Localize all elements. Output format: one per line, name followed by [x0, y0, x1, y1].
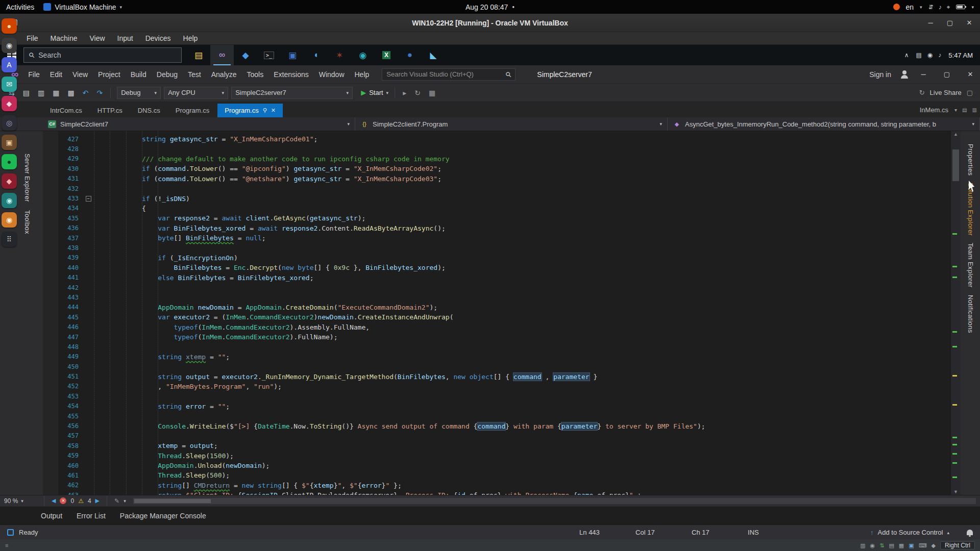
code-text[interactable]: if (command.ToLower() == "@netshare") ge… [94, 175, 950, 183]
doc-tab-dns-cs[interactable]: DNS.cs [131, 104, 167, 117]
edit-marker-icon[interactable]: ✎ [114, 497, 119, 505]
code-text[interactable]: if (command.ToLower() == "@ipconfig") ge… [94, 165, 950, 172]
dock-icon-media-app[interactable]: ◆ [2, 96, 17, 111]
new-file-icon[interactable]: ▤ [21, 89, 31, 97]
scroll-up-arrow[interactable]: ▲ [951, 132, 961, 137]
taskbar-icon-app-teal[interactable]: ◉ [351, 45, 375, 65]
code-text[interactable]: xtemp = output; [94, 442, 950, 449]
taskbar-icon-app-blue-2[interactable]: ▣ [281, 45, 304, 65]
taskbar-icon-command-prompt[interactable]: >_ [257, 45, 281, 65]
tool-tab-properties[interactable]: Properties [967, 144, 974, 176]
tray-expand-chevron[interactable]: ∧ [904, 52, 909, 59]
attach-icon[interactable]: ▸ [401, 89, 408, 97]
navigate-forward-icon[interactable]: ▶ [95, 497, 100, 504]
vbox-menu-devices[interactable]: Devices [140, 33, 176, 43]
vbox-menu-view[interactable]: View [84, 33, 110, 43]
tool-tab-team-explorer[interactable]: Team Explorer [967, 243, 974, 288]
display-icon[interactable]: ▣ [909, 542, 914, 549]
add-to-source-control-button[interactable]: Add to Source Control [878, 529, 943, 536]
taskbar-icon-app-blue-3[interactable]: ● [398, 45, 422, 65]
tray-display-icon[interactable]: ▤ [916, 52, 921, 59]
doc-tab-http-cs[interactable]: HTTP.cs [90, 104, 130, 117]
tool-tab-server-explorer[interactable]: Server Explorer [23, 154, 31, 202]
dock-icon-package-app[interactable]: ▣ [2, 135, 17, 150]
live-share-button[interactable]: Live Share [930, 89, 962, 96]
network-icon[interactable]: ⇅ [879, 542, 884, 549]
zoom-control[interactable]: 90 % ▾ [4, 497, 37, 505]
dock-icon-screenshot-tool[interactable]: ◉ [2, 38, 17, 53]
vs-menu-analyze[interactable]: Analyze [207, 69, 241, 80]
code-text[interactable]: if (!_isDNS) [94, 195, 950, 203]
code-text[interactable]: string getasync_str = "X_InMemCsharpCode… [94, 135, 950, 143]
tab-list-chevron-icon[interactable]: ▾ [954, 107, 957, 113]
dock-icon-app-grid[interactable]: ⠿ [2, 232, 17, 247]
vbox-menu-help[interactable]: Help [178, 33, 203, 43]
code-text[interactable]: var executor2 = (InMem.CommandExecutor2)… [94, 313, 950, 321]
feedback-icon[interactable]: ▢ [967, 89, 973, 96]
notifications-bell-icon[interactable] [967, 530, 973, 535]
code-editor[interactable]: 427 string getasync_str = "X_InMemCsharp… [43, 131, 950, 495]
vs-menu-extensions[interactable]: Extensions [269, 69, 313, 80]
shared-folders-icon[interactable]: ▦ [899, 542, 904, 549]
gnome-status-icons[interactable]: ⇵♪⌖ [928, 4, 950, 11]
taskbar-icon-app-blue-1[interactable]: ◆ [234, 45, 257, 65]
breadcrumb-segment-2[interactable]: {}SimpleC2client7.Program▾ [355, 117, 668, 131]
editor-vertical-scrollbar[interactable]: ▲ ▼ [950, 131, 961, 495]
redo-icon[interactable]: ↷ [95, 89, 104, 97]
save-icon[interactable]: ▦ [51, 89, 61, 97]
vs-minimize-button[interactable]: ─ [918, 70, 929, 78]
chevron-down-icon[interactable]: ▾ [971, 5, 974, 10]
clock-menu[interactable]: Aug 20 08:47 ● [465, 3, 514, 11]
usb-icon[interactable]: ▤ [889, 542, 894, 549]
undo-icon[interactable]: ↶ [81, 89, 90, 97]
dock-icon-music-app[interactable]: ● [2, 154, 17, 169]
vs-menu-test[interactable]: Test [183, 69, 206, 80]
navigate-back-icon[interactable]: ◀ [52, 497, 56, 504]
options-icon[interactable]: ▦ [427, 89, 437, 97]
code-text[interactable]: /// change default to make another code … [94, 155, 950, 163]
code-text[interactable]: byte[] BinFilebytes = null; [94, 234, 950, 242]
taskbar-icon-excel[interactable]: X [375, 45, 398, 65]
solution-platform-dropdown[interactable]: Any CPU ▾ [164, 87, 228, 99]
activities-button[interactable]: Activities [6, 3, 34, 11]
vs-menu-help[interactable]: Help [350, 69, 374, 80]
breadcrumb-segment-3[interactable]: ◆AsyncGet_bytes_InmemoryRun_Code_method2… [668, 117, 980, 131]
taskbar-icon-bug-app[interactable]: ✶ [328, 45, 351, 65]
doc-tab-program-cs[interactable]: Program.cs⚲✕ [217, 104, 283, 117]
code-text[interactable]: Thread.Sleep(1500); [94, 452, 950, 460]
right-doc-tab[interactable]: InMem.cs [920, 106, 948, 114]
dock-icon-mail[interactable]: ✉ [2, 77, 17, 92]
dock-icon-app-store[interactable]: A [2, 57, 17, 72]
keyboard-layout[interactable]: en [906, 3, 914, 11]
scrollbar-thumb[interactable] [952, 149, 959, 181]
vs-menu-tools[interactable]: Tools [242, 69, 268, 80]
vbox-menu-machine[interactable]: Machine [45, 33, 83, 43]
refresh-icon[interactable]: ↻ [413, 89, 422, 97]
vs-maximize-button[interactable]: ▢ [941, 70, 952, 78]
vbox-titlebar[interactable]: WIN10-22H2 [Running] - Oracle VM Virtual… [0, 14, 980, 32]
taskbar-icon-visual-studio[interactable]: ∞ [210, 45, 234, 65]
scroll-down-arrow[interactable]: ▼ [951, 489, 961, 494]
taskbar-search-box[interactable]: ⚲ Search [23, 47, 182, 63]
dock-icon-dark-app[interactable]: ◎ [2, 115, 17, 131]
vs-menu-view[interactable]: View [68, 69, 92, 80]
panel-tab-error-list[interactable]: Error List [77, 512, 106, 520]
dock-window-icon[interactable]: ▥ [972, 107, 977, 113]
tool-tab-toolbox[interactable]: Toolbox [23, 210, 31, 234]
vs-quick-search[interactable]: Search Visual Studio (Ctrl+Q) ⚲ [382, 68, 516, 81]
panel-tab-package-manager-console[interactable]: Package Manager Console [120, 512, 206, 520]
vs-menu-debug[interactable]: Debug [152, 69, 182, 80]
code-text[interactable]: Thread.Sleep(500); [94, 471, 950, 479]
code-text[interactable]: return $"Client_ID: {SessionID ClientID … [94, 491, 950, 495]
code-text[interactable]: , "InMemBytes.Program", "run"); [94, 383, 950, 390]
breadcrumb-segment-1[interactable]: C#SimpleC2client7▾ [43, 117, 355, 131]
vs-menu-window[interactable]: Window [314, 69, 349, 80]
maximize-button[interactable]: ▢ [944, 19, 955, 27]
code-text[interactable]: AppDomain newDomain = AppDomain.CreateDo… [94, 304, 950, 311]
dock-icon-security-app[interactable]: ◆ [2, 173, 17, 189]
vs-close-button[interactable]: ✕ [965, 70, 976, 78]
code-text[interactable]: string[] CMDreturn = new string[] { $"{x… [94, 482, 950, 489]
start-debug-button[interactable]: ▶ Start ▾ [361, 89, 388, 96]
recording-indicator-icon[interactable] [893, 4, 900, 10]
editor-horizontal-scrollbar[interactable] [133, 498, 976, 504]
